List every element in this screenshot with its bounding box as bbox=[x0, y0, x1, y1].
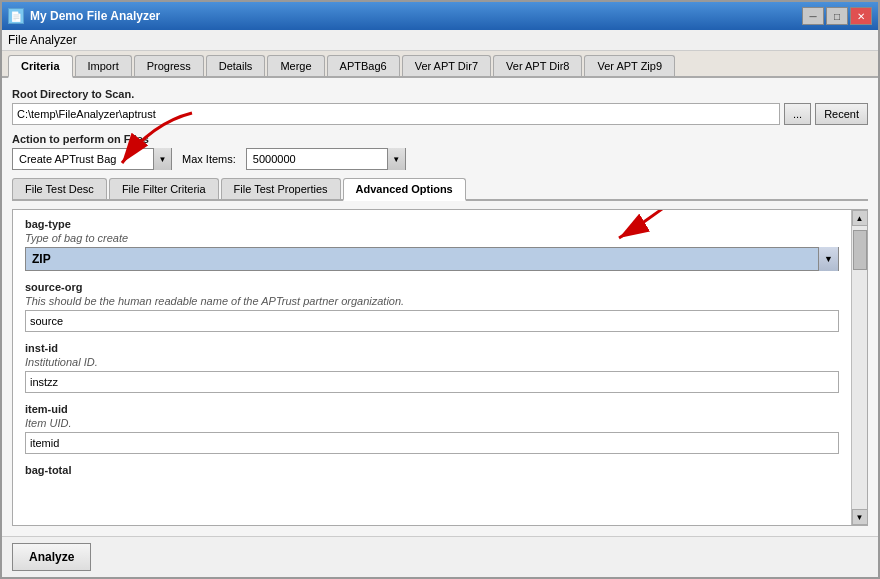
scroll-up-button[interactable]: ▲ bbox=[852, 210, 868, 226]
tab-merge[interactable]: Merge bbox=[267, 55, 324, 76]
sub-tab-advanced-options[interactable]: Advanced Options bbox=[343, 178, 466, 201]
close-button[interactable]: ✕ bbox=[850, 7, 872, 25]
title-controls: ─ □ ✕ bbox=[802, 7, 872, 25]
tab-ver-apt-dir8[interactable]: Ver APT Dir8 bbox=[493, 55, 582, 76]
field-bag-type-desc: Type of bag to create bbox=[25, 232, 839, 244]
minimize-button[interactable]: ─ bbox=[802, 7, 824, 25]
action-combo-text: Create APTrust Bag bbox=[13, 151, 153, 167]
root-dir-section: Root Directory to Scan. ... Recent bbox=[12, 88, 868, 125]
max-items-label: Max Items: bbox=[182, 153, 236, 165]
field-inst-id-name: inst-id bbox=[25, 342, 839, 354]
field-bag-type-name: bag-type bbox=[25, 218, 839, 230]
main-window: 📄 My Demo File Analyzer ─ □ ✕ File Analy… bbox=[0, 0, 880, 579]
bag-type-combo[interactable]: ZIP ▼ bbox=[25, 247, 839, 271]
panel-content: bag-type Type of bag to create ZIP ▼ bbox=[13, 210, 851, 525]
maximize-button[interactable]: □ bbox=[826, 7, 848, 25]
field-source-org-name: source-org bbox=[25, 281, 839, 293]
menu-file-analyzer[interactable]: File Analyzer bbox=[8, 33, 77, 47]
item-uid-input[interactable] bbox=[25, 432, 839, 454]
scroll-track bbox=[852, 226, 867, 509]
panel: bag-type Type of bag to create ZIP ▼ bbox=[12, 209, 868, 526]
bag-type-combo-text: ZIP bbox=[26, 250, 818, 268]
field-bag-type: bag-type Type of bag to create ZIP ▼ bbox=[25, 218, 839, 271]
action-row: Create APTrust Bag ▼ Max Items: 5000000 … bbox=[12, 148, 868, 170]
tab-criteria[interactable]: Criteria bbox=[8, 55, 73, 78]
max-items-combo[interactable]: 5000000 ▼ bbox=[246, 148, 406, 170]
action-label: Action to perform on Files bbox=[12, 133, 868, 145]
scroll-thumb[interactable] bbox=[853, 230, 867, 270]
scroll-down-button[interactable]: ▼ bbox=[852, 509, 868, 525]
field-item-uid-desc: Item UID. bbox=[25, 417, 839, 429]
root-dir-input[interactable] bbox=[12, 103, 780, 125]
field-item-uid-name: item-uid bbox=[25, 403, 839, 415]
sub-tab-file-test-desc[interactable]: File Test Desc bbox=[12, 178, 107, 199]
field-source-org: source-org This should be the human read… bbox=[25, 281, 839, 332]
max-items-combo-arrow[interactable]: ▼ bbox=[387, 148, 405, 170]
browse-button[interactable]: ... bbox=[784, 103, 811, 125]
title-bar-left: 📄 My Demo File Analyzer bbox=[8, 8, 160, 24]
field-bag-total: bag-total bbox=[25, 464, 839, 476]
action-combo-arrow[interactable]: ▼ bbox=[153, 148, 171, 170]
tab-ver-apt-dir7[interactable]: Ver APT Dir7 bbox=[402, 55, 491, 76]
sub-tab-bar: File Test Desc File Filter Criteria File… bbox=[12, 178, 868, 201]
field-inst-id: inst-id Institutional ID. bbox=[25, 342, 839, 393]
tab-details[interactable]: Details bbox=[206, 55, 266, 76]
tab-import[interactable]: Import bbox=[75, 55, 132, 76]
field-bag-total-name: bag-total bbox=[25, 464, 839, 476]
tab-progress[interactable]: Progress bbox=[134, 55, 204, 76]
content-area: Root Directory to Scan. ... Recent Actio… bbox=[2, 78, 878, 536]
bottom-bar: Analyze bbox=[2, 536, 878, 577]
tab-ver-apt-zip9[interactable]: Ver APT Zip9 bbox=[584, 55, 675, 76]
source-org-input[interactable] bbox=[25, 310, 839, 332]
max-items-value: 5000000 bbox=[247, 151, 387, 167]
inst-id-input[interactable] bbox=[25, 371, 839, 393]
tab-aptbag6[interactable]: APTBag6 bbox=[327, 55, 400, 76]
main-tab-bar: Criteria Import Progress Details Merge A… bbox=[2, 51, 878, 78]
field-inst-id-desc: Institutional ID. bbox=[25, 356, 839, 368]
bag-type-combo-arrow[interactable]: ▼ bbox=[818, 247, 838, 271]
scrollbar[interactable]: ▲ ▼ bbox=[851, 210, 867, 525]
root-dir-label: Root Directory to Scan. bbox=[12, 88, 868, 100]
sub-tab-file-test-properties[interactable]: File Test Properties bbox=[221, 178, 341, 199]
field-source-org-desc: This should be the human readable name o… bbox=[25, 295, 839, 307]
field-item-uid: item-uid Item UID. bbox=[25, 403, 839, 454]
action-combo[interactable]: Create APTrust Bag ▼ bbox=[12, 148, 172, 170]
menu-bar: File Analyzer bbox=[2, 30, 878, 51]
title-bar: 📄 My Demo File Analyzer ─ □ ✕ bbox=[2, 2, 878, 30]
root-dir-row: ... Recent bbox=[12, 103, 868, 125]
action-section: Action to perform on Files Create APTrus… bbox=[12, 133, 868, 170]
recent-button[interactable]: Recent bbox=[815, 103, 868, 125]
window-title: My Demo File Analyzer bbox=[30, 9, 160, 23]
sub-tab-file-filter-criteria[interactable]: File Filter Criteria bbox=[109, 178, 219, 199]
analyze-button[interactable]: Analyze bbox=[12, 543, 91, 571]
app-icon: 📄 bbox=[8, 8, 24, 24]
